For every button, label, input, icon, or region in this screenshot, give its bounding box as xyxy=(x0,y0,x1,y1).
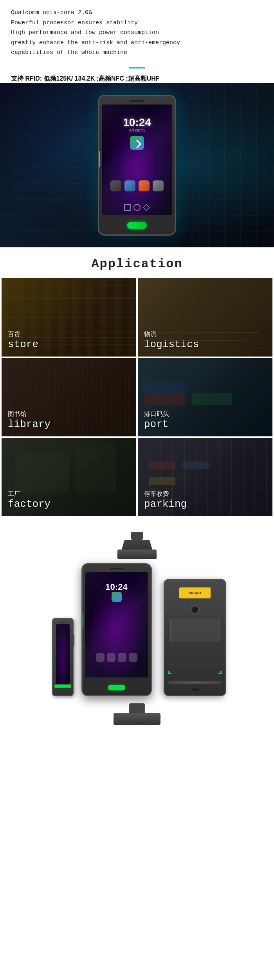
main-phone-body: 10:24 xyxy=(81,563,152,696)
app-tile-factory: 工厂 factory xyxy=(2,438,136,516)
gallery-app-icon xyxy=(124,180,135,191)
spec-line2: Powerful processor ensures stability xyxy=(11,18,263,28)
library-en: library xyxy=(8,418,50,430)
back-camera-lens xyxy=(190,605,200,614)
parking-cn: 停车收费 xyxy=(144,490,187,498)
phone-device: 10:24 6/1/2020 xyxy=(98,95,176,236)
logistics-text: 物流 logistics xyxy=(144,330,199,350)
app-tile-parking: 停车收费 parking xyxy=(138,438,272,516)
main-phone-green-side xyxy=(81,614,83,627)
product-bottom-dock xyxy=(112,703,162,725)
bottom-nav-dots xyxy=(102,204,172,211)
green-corner-br xyxy=(218,671,222,674)
phone-speaker xyxy=(129,100,145,102)
camera-app-icon xyxy=(110,180,121,191)
application-title: Application xyxy=(0,257,274,271)
dock-connector xyxy=(129,703,145,713)
phone-play-store-row xyxy=(102,136,172,150)
phone-side-green-strip xyxy=(98,151,100,167)
settings-app-icon xyxy=(153,180,164,191)
cradle-connector xyxy=(131,532,143,540)
phone-screen: 10:24 6/1/2020 xyxy=(102,104,172,215)
library-text: 图书馆 library xyxy=(8,410,50,430)
brand-text: BRAND xyxy=(188,591,201,595)
spec-line3: High performance and low power consumpti… xyxy=(11,28,263,38)
main-icon-settings xyxy=(129,653,137,662)
store-cn: 百货 xyxy=(8,330,38,339)
factory-text: 工厂 factory xyxy=(8,490,50,510)
main-icon-gallery xyxy=(107,653,115,662)
side-phone-buttons xyxy=(73,634,74,646)
app-tile-port: 港口码头 port xyxy=(138,358,272,436)
main-icon-camera xyxy=(96,653,105,662)
side-phone-left xyxy=(52,618,74,696)
phone-date: 6/1/2020 xyxy=(102,129,172,133)
back-phone-strip xyxy=(168,681,222,684)
music-app-icon xyxy=(139,180,150,191)
main-phone-speaker xyxy=(110,568,123,569)
side-phone-screen xyxy=(56,624,70,684)
side-phone-top xyxy=(59,622,67,623)
spec-line5: capabilities of the whole machine xyxy=(11,48,263,58)
cradle-base xyxy=(117,549,157,559)
back-phone-port xyxy=(191,688,199,691)
back-label-area xyxy=(170,619,220,642)
brand-label: BRAND xyxy=(179,587,211,598)
main-bottom-icons xyxy=(85,653,148,662)
application-section: Application 百货 store xyxy=(0,247,274,520)
app-tile-library: 图书馆 library xyxy=(2,358,136,436)
factory-en: factory xyxy=(8,498,50,510)
main-phone-front: 10:24 xyxy=(78,563,156,696)
app-icons-row xyxy=(102,180,172,191)
phone-time: 10:24 xyxy=(102,116,172,129)
main-phone-time: 10:24 xyxy=(85,582,148,592)
logistics-en: logistics xyxy=(144,339,199,350)
main-app-icons xyxy=(85,592,148,602)
phone-home-button xyxy=(127,222,147,229)
spec-line4: greatly enhance the anti-risk and anti-e… xyxy=(11,38,263,48)
dock-image xyxy=(112,703,162,725)
main-phone-home-btn xyxy=(108,685,125,690)
play-store-icon xyxy=(130,136,144,150)
port-en: port xyxy=(144,418,169,430)
rfid-label-section: 支持 RFID: 低频125K/ 134.2K ;高频NFC ;超高频UHF xyxy=(0,72,274,83)
port-text: 港口码头 port xyxy=(144,410,169,430)
app-tile-logistics: 物流 logistics xyxy=(138,278,272,357)
phone-back-view: BRAND xyxy=(164,579,226,696)
side-phone-green xyxy=(54,685,71,688)
spec-line1: Qualcomm octa-core 2.0G xyxy=(11,8,263,18)
cradle-image xyxy=(114,532,160,559)
app-tile-store: 百货 store xyxy=(2,278,136,357)
green-corner-bl xyxy=(168,671,171,674)
parking-en: parking xyxy=(144,498,187,510)
main-play-store xyxy=(112,592,122,602)
product-middle-row: 10:24 BRAND xyxy=(20,563,254,696)
library-cn: 图书馆 xyxy=(8,410,50,418)
store-en: store xyxy=(8,339,38,350)
product-top-cradle xyxy=(114,532,160,559)
section-divider xyxy=(129,67,145,68)
port-cn: 港口码头 xyxy=(144,410,169,418)
factory-cn: 工厂 xyxy=(8,490,50,498)
phone-hero-section: 10:24 6/1/2020 xyxy=(0,83,274,247)
logistics-cn: 物流 xyxy=(144,330,199,339)
product-section: 10:24 BRAND xyxy=(0,520,274,733)
dock-body xyxy=(114,713,160,725)
specs-section: Qualcomm octa-core 2.0G Powerful process… xyxy=(0,0,274,62)
application-grid: 百货 store 物流 logistics xyxy=(0,278,274,516)
main-phone-screen: 10:24 xyxy=(85,572,148,677)
rfid-text: 支持 RFID: 低频125K/ 134.2K ;高频NFC ;超高频UHF xyxy=(11,75,263,83)
store-text: 百货 store xyxy=(8,330,38,350)
parking-text: 停车收费 parking xyxy=(144,490,187,510)
main-icon-music xyxy=(118,653,126,662)
